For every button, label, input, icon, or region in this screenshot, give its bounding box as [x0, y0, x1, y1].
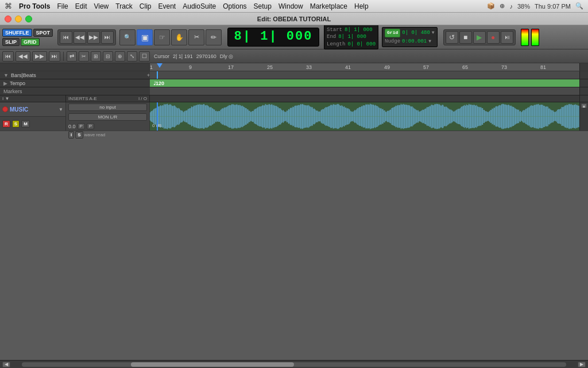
menu-event[interactable]: Event	[158, 2, 176, 10]
go-to-end-button[interactable]: ⏭	[101, 31, 114, 44]
slip-mode-button[interactable]: SLIP	[2, 38, 20, 46]
tempo-label: Tempo	[10, 80, 25, 86]
track-number: I ▼	[2, 96, 9, 101]
selector-tool-button[interactable]: ▣	[137, 29, 153, 45]
spot-mode-button[interactable]: SPOT	[33, 29, 53, 37]
maximize-button[interactable]	[25, 16, 32, 22]
bars-beats-label-area: ▼ Bars|Beats +	[0, 71, 150, 79]
horizontal-scrollbar: ◀ ▶	[0, 360, 588, 368]
ff-btn[interactable]: ▶▶	[32, 51, 47, 62]
cursor-value: 2| 1| 191	[173, 53, 193, 59]
end-label: End	[327, 33, 336, 41]
insert-btn[interactable]: ⊟	[103, 51, 113, 62]
menu-bar: ⌘ Pro Tools File Edit View Track Clip Ev…	[0, 0, 588, 13]
menu-edit[interactable]: Edit	[75, 2, 87, 10]
track-inserts-io: no input MON L/R 0.0 P P I S wave read	[66, 102, 150, 131]
stop-button[interactable]: ■	[459, 31, 472, 44]
record-button[interactable]: ●	[487, 31, 500, 44]
plus-btn[interactable]: ⊕	[115, 51, 125, 62]
menu-window[interactable]: Window	[278, 2, 303, 10]
menu-options[interactable]: Options	[223, 2, 246, 10]
menu-clip[interactable]: Clip	[140, 2, 152, 10]
menu-help[interactable]: Help	[354, 2, 369, 10]
menu-pro-tools[interactable]: Pro Tools	[19, 2, 50, 10]
selection-panel: Start 8| 1| 000 End 8| 1| 000 Length 0| …	[324, 25, 378, 50]
bars-beats-toggle[interactable]: ▼	[3, 72, 9, 78]
track-s2-button[interactable]: S	[75, 131, 83, 139]
menu-view[interactable]: View	[94, 2, 109, 10]
grid-mode-button[interactable]: GRID	[21, 38, 40, 46]
scroll-left-button[interactable]: ◀	[2, 362, 10, 367]
cut-btn[interactable]: ✂	[79, 51, 89, 62]
tempo-toggle[interactable]: ▶	[3, 80, 7, 86]
zoom-in-btn[interactable]: ⤡	[127, 51, 137, 62]
loop-button[interactable]: ↺	[446, 31, 458, 44]
track-name-label[interactable]: MUSIC	[10, 106, 57, 113]
grid-button[interactable]: Grid	[385, 29, 400, 37]
track-mute-button[interactable]: M	[21, 120, 30, 128]
length-value: 0| 0| 000	[347, 41, 376, 48]
bars-beats-content	[150, 71, 579, 79]
main-toolbar: SHUFFLE SPOT SLIP GRID ⏮ ◀◀ ▶▶ ⏭ 🔍 ▣ ☞ ✋…	[0, 25, 588, 49]
clip-end-btn[interactable]: ☐	[139, 51, 150, 62]
rw-btn[interactable]: ◀◀	[16, 51, 30, 62]
tracks-container: MUSIC ▼ R S M no input MON L/R 0.0 P P I…	[0, 102, 588, 131]
menu-track[interactable]: Track	[115, 2, 133, 10]
rewind-button[interactable]: ◀◀	[74, 31, 86, 44]
grid-value: 0| 0| 480	[402, 29, 430, 37]
track-num-area: I ▼	[0, 95, 66, 102]
back-btn[interactable]: ⏮	[2, 51, 14, 62]
track-collapse-arrow[interactable]: ▼	[59, 107, 63, 112]
play-button[interactable]: ▶	[473, 31, 486, 44]
waveform-header-area	[150, 95, 579, 102]
window-title: Edit: OBEDIA TUTORIAL	[257, 16, 331, 22]
no-input-button[interactable]: no input	[68, 103, 147, 111]
track-solo-button[interactable]: S	[12, 120, 20, 128]
menu-file[interactable]: File	[57, 2, 68, 10]
markers-row: Markers	[0, 87, 588, 95]
sep-trim-btn[interactable]: ⊞	[91, 51, 101, 62]
shuffle-mode-button[interactable]: SHUFFLE	[2, 29, 32, 37]
track-top-bar: MUSIC ▼	[0, 102, 65, 117]
nudge-dropdown-icon[interactable]: ▼	[428, 38, 431, 45]
fast-forward-button[interactable]: ▶▶	[87, 31, 100, 44]
scroll-right-button[interactable]: ▶	[578, 362, 586, 367]
minimize-button[interactable]	[15, 16, 22, 22]
hand-tool-button[interactable]: ✋	[171, 29, 187, 45]
menu-marketplace[interactable]: Marketplace	[310, 2, 347, 10]
scroll-thumb[interactable]	[131, 362, 294, 367]
trim-tool-button[interactable]: ✂	[188, 29, 204, 45]
go-to-start-button[interactable]: ⏮	[60, 31, 72, 44]
zoom-tool-button[interactable]: 🔍	[119, 29, 136, 45]
markers-right	[579, 87, 588, 95]
track-pan-left[interactable]: P	[78, 123, 85, 129]
track-record-button[interactable]: R	[2, 120, 10, 128]
menu-audiosuite[interactable]: AudioSuite	[183, 2, 216, 10]
menu-setup[interactable]: Setup	[254, 2, 272, 10]
loop-region-btn[interactable]: ⇄	[67, 51, 77, 62]
grid-dropdown-icon[interactable]: ▼	[432, 29, 435, 37]
ruler-mark-65: 65	[462, 64, 468, 70]
punch-button[interactable]: ⏯	[501, 31, 513, 44]
track-i-button[interactable]: I	[68, 131, 74, 139]
search-icon[interactable]: 🔍	[575, 2, 583, 10]
mon-lr-button[interactable]: MON L/R	[68, 113, 147, 121]
bars-beats-label: Bars|Beats	[11, 72, 36, 78]
end-btn[interactable]: ⏭	[49, 51, 60, 62]
pencil-tool-button[interactable]: ✏	[206, 29, 222, 45]
io-header-label: I / O	[138, 96, 149, 101]
track-pan-right[interactable]: P	[87, 123, 94, 129]
edit-modes: SHUFFLE SPOT SLIP GRID	[2, 29, 53, 46]
close-button[interactable]	[5, 16, 11, 22]
ruler-mark-25: 25	[267, 64, 273, 70]
menubar-right: 📦 ⊕ ♪ 38% Thu 9:07 PM 🔍	[487, 2, 583, 10]
playhead-line-bb	[157, 71, 158, 79]
ruler-mark-9: 9	[189, 64, 192, 70]
end-value: 8| 1| 000	[338, 33, 366, 41]
scroll-track[interactable]	[22, 362, 566, 367]
track-waveform-area[interactable]: 0 dB	[150, 102, 579, 131]
track-scroll-up[interactable]: ▲	[581, 103, 587, 108]
dropbox-icon: 📦	[487, 2, 495, 10]
nudge-value: 0:00.001	[402, 37, 427, 45]
grabber-tool-button[interactable]: ☞	[154, 29, 170, 45]
